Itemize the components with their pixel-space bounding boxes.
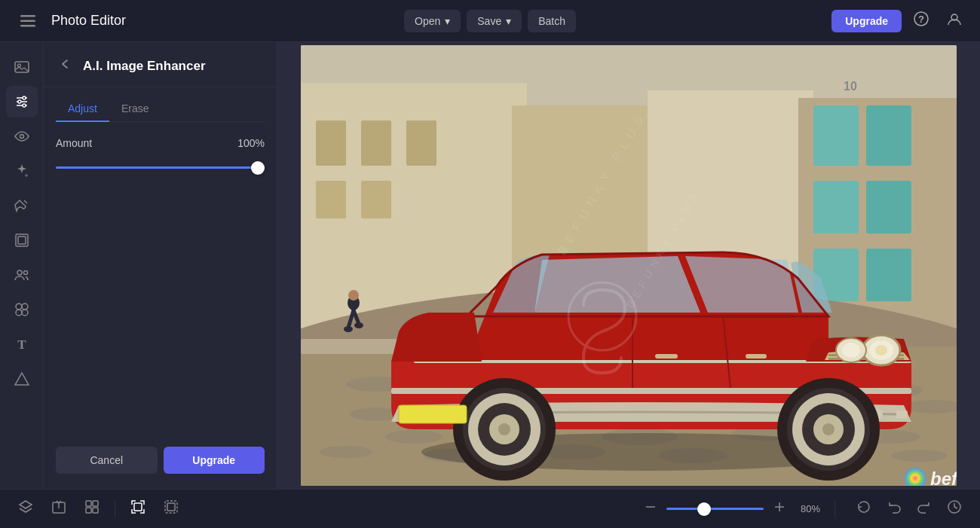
svg-point-104 — [354, 322, 363, 328]
svg-line-15 — [24, 200, 27, 203]
svg-marker-110 — [20, 501, 32, 508]
upgrade-panel-button[interactable]: Upgrade — [164, 447, 265, 474]
sidebar-item-frame[interactable] — [6, 224, 38, 256]
grid-button[interactable] — [78, 495, 106, 523]
topbar-right: Upgrade ? — [576, 8, 968, 33]
svg-rect-1 — [20, 20, 35, 22]
svg-rect-6 — [15, 62, 29, 72]
zoom-fit-button[interactable] — [158, 495, 185, 523]
svg-point-14 — [20, 135, 23, 139]
divider-2 — [835, 500, 835, 518]
svg-rect-34 — [866, 181, 911, 233]
sidebar-item-effects[interactable] — [6, 294, 38, 325]
topbar-left: Photo Editor — [12, 5, 404, 37]
svg-point-22 — [22, 304, 28, 310]
bottombar: 80% — [0, 489, 980, 528]
svg-rect-33 — [813, 181, 859, 233]
svg-rect-32 — [866, 105, 911, 166]
topbar-center: Open ▾ Save ▾ Batch — [404, 10, 576, 32]
svg-text:?: ? — [918, 14, 924, 25]
sidebar-icons: T — [0, 42, 44, 489]
open-button[interactable]: Open ▾ — [404, 10, 461, 32]
svg-rect-113 — [86, 501, 91, 506]
zoom-slider[interactable] — [666, 508, 764, 510]
sidebar-item-adjust[interactable] — [6, 86, 38, 118]
zoom-out-button[interactable] — [638, 496, 663, 522]
svg-marker-25 — [15, 373, 29, 385]
panel-actions: Cancel Upgrade — [44, 447, 277, 489]
tab-adjust[interactable]: Adjust — [56, 96, 109, 122]
svg-rect-36 — [866, 249, 911, 301]
sidebar-item-photo[interactable] — [6, 51, 38, 83]
svg-rect-81 — [896, 410, 908, 418]
svg-rect-2 — [20, 25, 35, 27]
svg-rect-114 — [93, 501, 98, 506]
sidebar-item-eye[interactable] — [6, 121, 38, 152]
undo-button[interactable] — [880, 495, 908, 523]
svg-point-93 — [498, 423, 510, 435]
sidebar-item-text[interactable]: T — [6, 328, 38, 360]
svg-point-13 — [23, 104, 26, 107]
history-button[interactable] — [850, 495, 877, 523]
svg-rect-97 — [746, 354, 767, 359]
sidebar-item-people[interactable] — [6, 259, 38, 291]
svg-rect-41 — [316, 181, 346, 218]
account-button[interactable] — [941, 8, 968, 33]
app-title: Photo Editor — [51, 13, 126, 29]
svg-rect-119 — [167, 503, 175, 511]
svg-point-21 — [22, 310, 28, 316]
zoom-in-button[interactable] — [767, 496, 792, 522]
export-button[interactable] — [45, 495, 72, 523]
panel-header: A.I. Image Enhancer — [44, 42, 277, 87]
svg-point-18 — [17, 270, 22, 275]
svg-text:10: 10 — [844, 80, 857, 93]
svg-point-57 — [385, 430, 443, 444]
main-area: T A.I. Image Enhancer Adjust Erase Amoun… — [0, 42, 980, 489]
tab-erase[interactable]: Erase — [109, 96, 161, 122]
svg-rect-115 — [86, 508, 91, 513]
cancel-button[interactable]: Cancel — [56, 447, 158, 474]
svg-point-23 — [16, 310, 22, 316]
svg-point-11 — [23, 96, 26, 99]
layers-button[interactable] — [12, 495, 39, 523]
upgrade-button[interactable]: Upgrade — [831, 10, 902, 32]
amount-value: 100% — [237, 137, 265, 149]
topbar: Photo Editor Open ▾ Save ▾ Batch Upgrade… — [0, 0, 980, 42]
svg-point-103 — [344, 326, 353, 332]
svg-rect-42 — [361, 181, 391, 218]
sidebar-item-brush[interactable] — [6, 190, 38, 221]
redo-button[interactable] — [911, 495, 938, 523]
zoom-value: 80% — [795, 503, 825, 514]
batch-button[interactable]: Batch — [528, 10, 576, 32]
svg-text:T: T — [17, 337, 26, 352]
history2-button[interactable] — [941, 495, 968, 523]
fit-button[interactable] — [124, 495, 152, 523]
canvas-area: 10 — [277, 42, 980, 489]
hamburger-button[interactable] — [12, 5, 44, 37]
svg-rect-40 — [406, 121, 436, 166]
amount-control-row: Amount 100% — [56, 137, 265, 149]
panel-content: Amount 100% — [44, 122, 277, 447]
svg-point-62 — [320, 446, 372, 458]
sidebar-item-shape[interactable] — [6, 363, 38, 395]
svg-rect-98 — [399, 405, 467, 423]
svg-point-67 — [890, 450, 948, 462]
svg-point-12 — [18, 100, 21, 103]
svg-rect-96 — [655, 354, 678, 359]
svg-text:befunky: befunky — [930, 468, 957, 486]
image-frame: 10 — [301, 45, 957, 486]
svg-point-76 — [875, 345, 887, 356]
svg-point-100 — [348, 290, 359, 301]
save-button[interactable]: Save ▾ — [467, 10, 522, 32]
panel-tabs-container: Adjust Erase — [44, 87, 277, 122]
sidebar-item-ai[interactable] — [6, 155, 38, 187]
svg-point-19 — [23, 271, 27, 275]
amount-label: Amount — [56, 137, 92, 149]
svg-rect-117 — [134, 503, 142, 511]
back-button[interactable] — [56, 54, 75, 78]
panel-tabs: Adjust Erase — [56, 96, 265, 122]
amount-slider[interactable] — [56, 166, 265, 169]
svg-point-87 — [822, 423, 835, 435]
chevron-down-icon: ▾ — [506, 15, 511, 27]
help-button[interactable]: ? — [908, 8, 935, 33]
